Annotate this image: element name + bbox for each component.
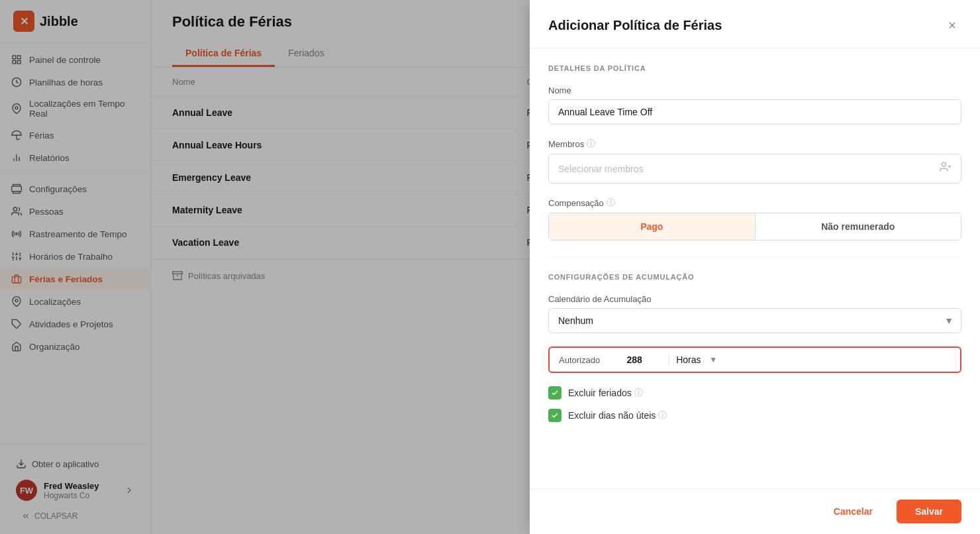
cancel-button[interactable]: Cancelar xyxy=(818,500,889,523)
unpaid-button[interactable]: Não remunerado xyxy=(756,213,961,240)
members-placeholder: Selecionar membros xyxy=(558,164,643,174)
compensation-info-icon[interactable]: ⓘ xyxy=(607,197,615,209)
exclude-holidays-info[interactable]: ⓘ xyxy=(634,387,643,399)
compensation-field-group: Compensação ⓘ Pago Não remunerado xyxy=(548,197,961,240)
members-select[interactable]: Selecionar membros xyxy=(548,154,961,184)
name-field-group: Nome xyxy=(548,85,961,125)
name-label: Nome xyxy=(548,85,961,95)
section-accrual-settings: CONFIGURAÇÕES DE ACUMULAÇÃO xyxy=(548,273,961,281)
modal-footer: Cancelar Salvar xyxy=(530,488,980,534)
add-member-icon[interactable] xyxy=(940,161,952,176)
modal-body: DETALHES DA POLÍTICA Nome Membros ⓘ Sele… xyxy=(530,48,980,488)
authorized-input[interactable] xyxy=(608,354,661,365)
exclude-holidays-row: Excluir feriados ⓘ xyxy=(548,386,961,400)
accrual-calendar-label: Calendário de Acumulação xyxy=(548,294,961,304)
exclude-non-working-label: Excluir dias não úteis ⓘ xyxy=(568,409,667,421)
name-input[interactable] xyxy=(548,99,961,125)
exclude-non-working-checkbox[interactable] xyxy=(548,409,562,422)
accrual-calendar-select[interactable]: Nenhum xyxy=(548,308,961,333)
section-policy-details: DETALHES DA POLÍTICA xyxy=(548,64,961,72)
modal-title: Adicionar Política de Férias xyxy=(548,18,722,33)
accrual-calendar-select-wrapper: Nenhum ▼ xyxy=(548,308,961,333)
authorized-label: Autorizado xyxy=(559,355,600,365)
unit-select-wrapper: Horas Dias ▼ xyxy=(669,354,720,365)
svg-point-27 xyxy=(942,162,946,166)
compensation-label: Compensação ⓘ xyxy=(548,197,961,209)
modal: Adicionar Política de Férias × DETALHES … xyxy=(530,0,980,534)
members-field-group: Membros ⓘ Selecionar membros xyxy=(548,138,961,184)
authorized-row: Autorizado Horas Dias ▼ xyxy=(548,347,961,373)
exclude-holidays-checkbox[interactable] xyxy=(548,386,562,400)
compensation-toggle: Pago Não remunerado xyxy=(548,213,961,240)
members-info-icon[interactable]: ⓘ xyxy=(587,138,595,150)
modal-overlay: Adicionar Política de Férias × DETALHES … xyxy=(0,0,980,534)
modal-header: Adicionar Política de Férias × xyxy=(530,0,980,48)
save-button[interactable]: Salvar xyxy=(897,500,961,523)
unit-select[interactable]: Horas Dias xyxy=(669,354,720,365)
exclude-holidays-label: Excluir feriados ⓘ xyxy=(568,387,643,399)
exclude-non-working-row: Excluir dias não úteis ⓘ xyxy=(548,409,961,422)
paid-button[interactable]: Pago xyxy=(549,213,756,240)
authorized-group: Autorizado Horas Dias ▼ xyxy=(548,347,961,373)
exclude-non-working-info[interactable]: ⓘ xyxy=(658,409,667,421)
close-button[interactable]: × xyxy=(943,16,961,34)
accrual-calendar-group: Calendário de Acumulação Nenhum ▼ xyxy=(548,294,961,333)
members-label: Membros ⓘ xyxy=(548,138,961,150)
